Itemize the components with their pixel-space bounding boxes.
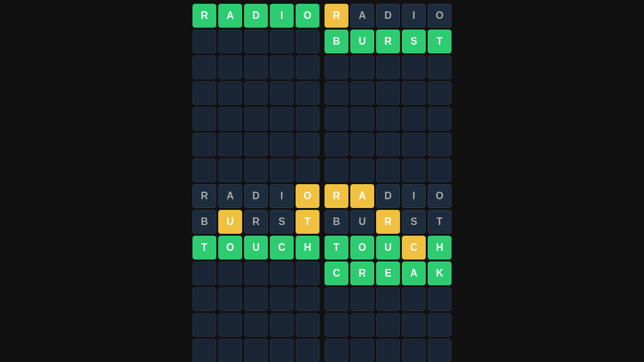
cell-0-2-1 bbox=[218, 55, 242, 79]
grid-row-1-13 bbox=[325, 339, 452, 362]
cell-1-9-2: U bbox=[376, 236, 400, 260]
grid-row-0-4 bbox=[192, 107, 319, 131]
cell-0-13-0 bbox=[192, 339, 216, 362]
grid-row-1-3 bbox=[325, 81, 452, 105]
grid-row-1-8: BURST bbox=[325, 210, 452, 234]
cell-1-4-4 bbox=[428, 107, 452, 131]
grid-row-1-6 bbox=[325, 158, 452, 182]
cell-1-13-1 bbox=[350, 339, 374, 362]
cell-0-8-0: B bbox=[192, 210, 216, 234]
grid-row-0-8: BURST bbox=[192, 210, 319, 234]
cell-1-2-0 bbox=[325, 55, 348, 79]
cell-0-10-3 bbox=[270, 261, 294, 285]
cell-1-11-1 bbox=[350, 287, 374, 311]
cell-1-7-0: R bbox=[325, 184, 348, 208]
grid-row-1-0: RADIO bbox=[325, 4, 452, 28]
grid-row-1-1: BURST bbox=[325, 30, 452, 53]
cell-0-13-1 bbox=[218, 339, 242, 362]
grid-row-0-11 bbox=[192, 287, 319, 311]
cell-1-1-1: U bbox=[350, 30, 374, 53]
grid-row-1-9: TOUCH bbox=[325, 236, 452, 260]
cell-0-4-1 bbox=[218, 107, 242, 131]
cell-0-9-3: C bbox=[270, 236, 294, 260]
cell-0-11-0 bbox=[192, 287, 216, 311]
grid-row-1-2 bbox=[325, 55, 452, 79]
cell-1-8-0: B bbox=[325, 210, 348, 234]
cell-1-0-0: R bbox=[325, 4, 348, 28]
cell-0-1-3 bbox=[270, 30, 294, 53]
cell-0-11-4 bbox=[296, 287, 319, 311]
cell-0-5-0 bbox=[192, 133, 216, 156]
cell-0-3-4 bbox=[296, 81, 319, 105]
cell-0-12-0 bbox=[192, 313, 216, 337]
cell-0-10-2 bbox=[244, 261, 268, 285]
cell-0-7-1: A bbox=[218, 184, 242, 208]
cell-0-6-1 bbox=[218, 158, 242, 182]
cell-1-3-1 bbox=[350, 81, 374, 105]
cell-1-6-2 bbox=[376, 158, 400, 182]
cell-0-3-3 bbox=[270, 81, 294, 105]
cell-0-0-3: I bbox=[270, 4, 294, 28]
cell-0-4-2 bbox=[244, 107, 268, 131]
grid-row-0-6 bbox=[192, 158, 319, 182]
grid-row-1-4 bbox=[325, 107, 452, 131]
cell-1-9-4: H bbox=[428, 236, 452, 260]
cell-0-7-4: O bbox=[296, 184, 319, 208]
cell-1-4-0 bbox=[325, 107, 348, 131]
grid-row-0-2 bbox=[192, 55, 319, 79]
cell-1-7-2: D bbox=[376, 184, 400, 208]
cell-1-5-4 bbox=[428, 133, 452, 156]
grids-wrapper: RADIORADIOBURSTTOUCHRADIOBURSTRADIOBURST… bbox=[192, 4, 452, 362]
cell-1-0-4: O bbox=[428, 4, 452, 28]
cell-0-10-1 bbox=[218, 261, 242, 285]
grid-row-0-10 bbox=[192, 261, 319, 285]
grid-row-0-9: TOUCH bbox=[192, 236, 319, 260]
cell-1-11-3 bbox=[402, 287, 426, 311]
cell-0-11-1 bbox=[218, 287, 242, 311]
cell-1-0-2: D bbox=[376, 4, 400, 28]
cell-1-12-0 bbox=[325, 313, 348, 337]
cell-0-0-0: R bbox=[192, 4, 216, 28]
cell-1-11-0 bbox=[325, 287, 348, 311]
cell-0-6-3 bbox=[270, 158, 294, 182]
cell-0-4-4 bbox=[296, 107, 319, 131]
cell-0-6-0 bbox=[192, 158, 216, 182]
cell-1-5-3 bbox=[402, 133, 426, 156]
cell-0-1-0 bbox=[192, 30, 216, 53]
cell-0-1-4 bbox=[296, 30, 319, 53]
grid-row-0-12 bbox=[192, 313, 319, 337]
cell-0-10-4 bbox=[296, 261, 319, 285]
cell-1-6-1 bbox=[350, 158, 374, 182]
grid-panel-right: RADIOBURSTRADIOBURSTTOUCHCREAK bbox=[325, 4, 452, 362]
cell-0-1-1 bbox=[218, 30, 242, 53]
cell-0-8-3: S bbox=[270, 210, 294, 234]
cell-1-12-1 bbox=[350, 313, 374, 337]
cell-1-10-2: E bbox=[376, 261, 400, 285]
game-container: RADIORADIOBURSTTOUCHRADIOBURSTRADIOBURST… bbox=[0, 0, 644, 362]
cell-0-12-2 bbox=[244, 313, 268, 337]
cell-1-7-4: O bbox=[428, 184, 452, 208]
cell-0-6-2 bbox=[244, 158, 268, 182]
cell-1-4-2 bbox=[376, 107, 400, 131]
cell-0-7-2: D bbox=[244, 184, 268, 208]
cell-0-5-3 bbox=[270, 133, 294, 156]
cell-0-9-2: U bbox=[244, 236, 268, 260]
cell-1-13-3 bbox=[402, 339, 426, 362]
cell-1-12-4 bbox=[428, 313, 452, 337]
cell-1-8-1: U bbox=[350, 210, 374, 234]
cell-1-1-4: T bbox=[428, 30, 452, 53]
grid-row-0-1 bbox=[192, 30, 319, 53]
cell-1-7-1: A bbox=[350, 184, 374, 208]
cell-0-7-3: I bbox=[270, 184, 294, 208]
grid-row-1-5 bbox=[325, 133, 452, 156]
cell-0-12-3 bbox=[270, 313, 294, 337]
grid-row-0-13 bbox=[192, 339, 319, 362]
cell-0-5-2 bbox=[244, 133, 268, 156]
cell-1-13-4 bbox=[428, 339, 452, 362]
cell-1-6-4 bbox=[428, 158, 452, 182]
cell-1-8-4: T bbox=[428, 210, 452, 234]
cell-0-4-3 bbox=[270, 107, 294, 131]
cell-0-0-1: A bbox=[218, 4, 242, 28]
cell-0-13-4 bbox=[296, 339, 319, 362]
cell-0-2-0 bbox=[192, 55, 216, 79]
